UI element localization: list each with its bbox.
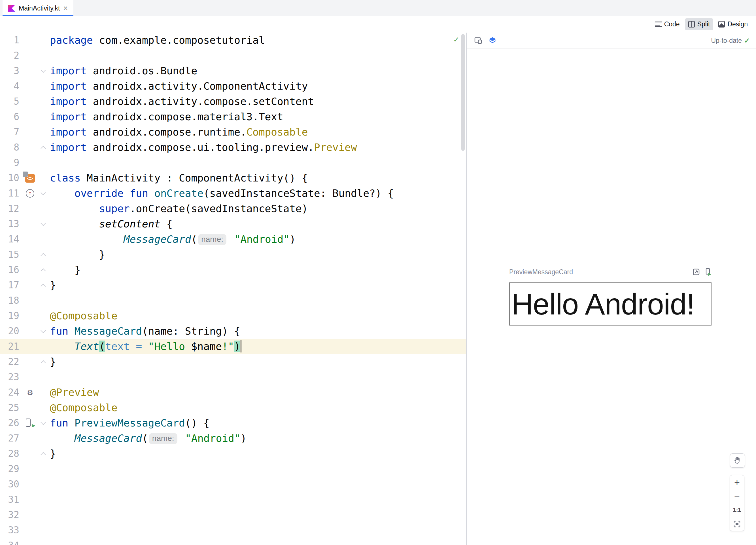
- line-number[interactable]: 34: [0, 538, 22, 545]
- code-line-text[interactable]: [50, 370, 466, 385]
- run-preview-device-icon[interactable]: [704, 268, 712, 276]
- code-line-text[interactable]: class MainActivity : ComponentActivity()…: [50, 170, 466, 186]
- line-number[interactable]: 26: [0, 415, 22, 431]
- code-line-text[interactable]: @Composable: [50, 308, 466, 324]
- code-vision-icon[interactable]: <>: [25, 174, 35, 183]
- code-line-text[interactable]: Text(text = "Hello $name!"): [50, 339, 466, 354]
- code-line-text[interactable]: @Preview: [50, 385, 466, 400]
- line-number[interactable]: 23: [0, 370, 22, 385]
- line-number[interactable]: 10: [0, 170, 22, 186]
- fold-toggle-icon[interactable]: [41, 328, 46, 333]
- line-number[interactable]: 30: [0, 477, 22, 492]
- fold-toggle-icon[interactable]: [41, 420, 46, 425]
- zoom-fit-button[interactable]: [730, 517, 744, 531]
- code-line-text[interactable]: [50, 492, 466, 507]
- code-line-text[interactable]: super.onCreate(savedInstanceState): [50, 201, 466, 216]
- fold-toggle-icon[interactable]: [41, 452, 46, 457]
- line-number[interactable]: 3: [0, 63, 22, 78]
- line-number[interactable]: 17: [0, 278, 22, 293]
- preview-rendered-component[interactable]: Hello Android!: [509, 283, 712, 326]
- fold-toggle-icon[interactable]: [41, 220, 46, 226]
- code-line-text[interactable]: [50, 155, 466, 170]
- tab-close-icon[interactable]: ×: [63, 5, 68, 12]
- jump-to-source-icon[interactable]: [692, 268, 700, 276]
- line-number[interactable]: 15: [0, 247, 22, 262]
- zoom-in-button[interactable]: +: [730, 475, 744, 489]
- line-number[interactable]: 13: [0, 216, 22, 232]
- code-line-text[interactable]: @Composable: [50, 400, 466, 415]
- ui-check-mode-icon[interactable]: [474, 36, 483, 45]
- code-line-text[interactable]: import androidx.activity.ComponentActivi…: [50, 78, 466, 94]
- layers-icon[interactable]: [488, 36, 497, 45]
- code-line-text[interactable]: MessageCard(name: "Android"): [50, 232, 466, 247]
- fold-toggle-icon[interactable]: [41, 284, 46, 289]
- line-number[interactable]: 9: [0, 155, 22, 170]
- code-line-text[interactable]: }: [50, 354, 466, 370]
- line-number[interactable]: 14: [0, 232, 22, 247]
- line-number[interactable]: 22: [0, 354, 22, 370]
- code-line-text[interactable]: }: [50, 247, 466, 262]
- code-line-text[interactable]: import androidx.compose.material3.Text: [50, 109, 466, 124]
- code-line-text[interactable]: [50, 477, 466, 492]
- line-number[interactable]: 7: [0, 124, 22, 140]
- code-line-text[interactable]: }: [50, 262, 466, 278]
- code-line-text[interactable]: [50, 538, 466, 545]
- zoom-actual-size-button[interactable]: 1:1: [730, 503, 744, 517]
- code-line-text[interactable]: fun MessageCard(name: String) {: [50, 324, 466, 339]
- code-line-text[interactable]: [50, 523, 466, 538]
- fold-toggle-icon[interactable]: [41, 190, 46, 195]
- fold-toggle-icon[interactable]: [41, 146, 46, 151]
- code-line-text[interactable]: }: [50, 446, 466, 461]
- preview-settings-icon[interactable]: ⚙: [27, 385, 33, 400]
- code-editor[interactable]: 1package com.example.composetutorial23im…: [0, 33, 466, 545]
- line-number[interactable]: 33: [0, 523, 22, 538]
- code-line-text[interactable]: [50, 507, 466, 523]
- line-number[interactable]: 18: [0, 293, 22, 308]
- code-line-text[interactable]: package com.example.composetutorial: [50, 33, 466, 48]
- code-line-text[interactable]: [50, 48, 466, 63]
- line-number[interactable]: 19: [0, 308, 22, 324]
- fold-toggle-icon[interactable]: [41, 268, 46, 274]
- line-number[interactable]: 31: [0, 492, 22, 507]
- line-number[interactable]: 12: [0, 201, 22, 216]
- code-line-text[interactable]: import androidx.activity.compose.setCont…: [50, 94, 466, 109]
- view-mode-split-button[interactable]: Split: [685, 18, 713, 30]
- code-line-text[interactable]: import androidx.compose.runtime.Composab…: [50, 124, 466, 140]
- line-number[interactable]: 5: [0, 94, 22, 109]
- line-number[interactable]: 8: [0, 140, 22, 155]
- fold-toggle-icon[interactable]: [41, 253, 46, 258]
- code-line-text[interactable]: }: [50, 278, 466, 293]
- view-mode-code-button[interactable]: Code: [651, 18, 683, 30]
- tab-mainactivity[interactable]: MainActivity.kt ×: [3, 0, 73, 16]
- view-mode-design-button[interactable]: Design: [715, 18, 751, 30]
- editor-scrollbar[interactable]: [461, 34, 465, 151]
- code-line-text[interactable]: import androidx.compose.ui.tooling.previ…: [50, 140, 466, 155]
- inspections-ok-icon[interactable]: ✓: [454, 34, 459, 44]
- line-number[interactable]: 27: [0, 431, 22, 446]
- fold-toggle-icon[interactable]: [41, 360, 46, 365]
- line-number[interactable]: 11: [0, 186, 22, 201]
- override-method-icon[interactable]: ↑: [26, 189, 34, 198]
- code-line-text[interactable]: setContent {: [50, 216, 466, 232]
- code-line-text[interactable]: fun PreviewMessageCard() {: [50, 415, 466, 431]
- line-number[interactable]: 21: [0, 339, 22, 354]
- line-number[interactable]: 28: [0, 446, 22, 461]
- line-number[interactable]: 16: [0, 262, 22, 278]
- code-line-text[interactable]: MessageCard(name: "Android"): [50, 431, 466, 446]
- code-line-text[interactable]: [50, 461, 466, 477]
- line-number[interactable]: 4: [0, 78, 22, 94]
- line-number[interactable]: 2: [0, 48, 22, 63]
- pan-tool-button[interactable]: [730, 453, 745, 468]
- run-preview-icon[interactable]: ▶: [25, 418, 35, 429]
- line-number[interactable]: 32: [0, 507, 22, 523]
- line-number[interactable]: 24: [0, 385, 22, 400]
- code-line-text[interactable]: [50, 293, 466, 308]
- line-number[interactable]: 1: [0, 33, 22, 48]
- zoom-out-button[interactable]: −: [730, 489, 744, 503]
- line-number[interactable]: 29: [0, 461, 22, 477]
- fold-toggle-icon[interactable]: [41, 67, 46, 73]
- line-number[interactable]: 20: [0, 324, 22, 339]
- line-number[interactable]: 6: [0, 109, 22, 124]
- code-line-text[interactable]: override fun onCreate(savedInstanceState…: [50, 186, 466, 201]
- code-line-text[interactable]: import android.os.Bundle: [50, 63, 466, 78]
